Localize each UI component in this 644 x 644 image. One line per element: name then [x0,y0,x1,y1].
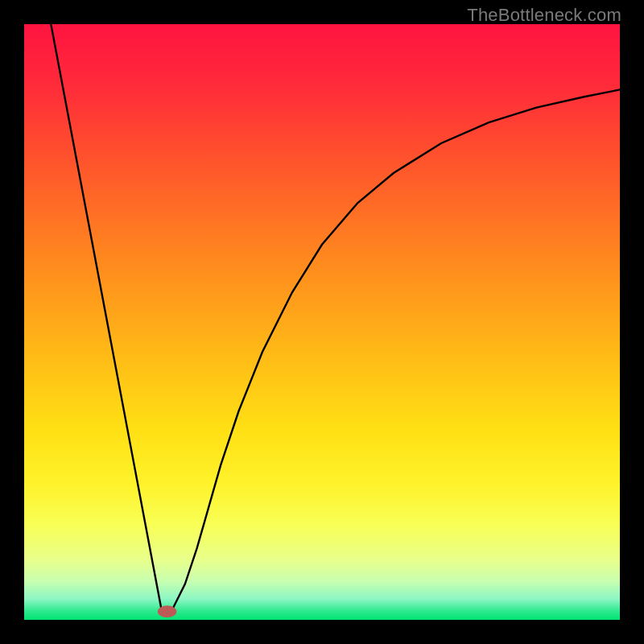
min-marker [158,605,177,617]
right-curve [173,89,620,608]
plot-area [24,24,620,620]
watermark-text: TheBottleneck.com [467,5,621,26]
left-line [51,24,161,608]
chart-frame: TheBottleneck.com [0,0,644,644]
curve-layer [24,24,620,620]
